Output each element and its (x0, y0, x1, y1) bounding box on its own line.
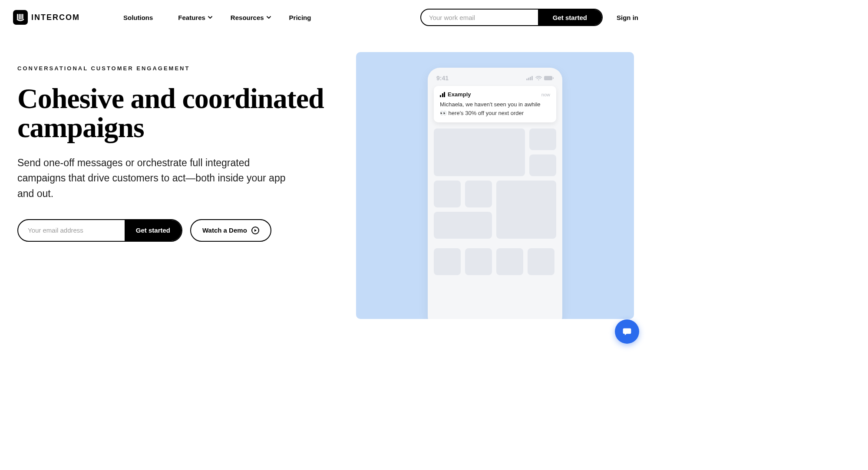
svg-rect-5 (528, 78, 529, 80)
notification-header: Examply now (440, 91, 550, 98)
svg-rect-0 (17, 14, 18, 19)
notification-line-1: Michaela, we haven't seen you in awhile (440, 100, 550, 109)
svg-rect-6 (530, 77, 531, 80)
hero-email-signup: Get started (17, 219, 182, 242)
battery-icon (544, 76, 554, 80)
notification-app-name: Examply (448, 91, 471, 98)
svg-rect-10 (553, 77, 554, 79)
phone-status-icons (526, 76, 554, 81)
header-email-signup: Get started (420, 9, 603, 26)
work-email-input[interactable] (421, 10, 538, 25)
svg-point-8 (538, 79, 539, 80)
watch-demo-label: Watch a Demo (202, 227, 247, 234)
chat-launcher-button[interactable] (615, 319, 639, 344)
site-header: INTERCOM Solutions Features Resources Pr… (0, 0, 651, 35)
hero-section: CONVERSATIONAL CUSTOMER ENGAGEMENT Cohes… (0, 35, 651, 319)
header-actions: Get started Sign in (420, 9, 638, 26)
svg-rect-7 (531, 76, 533, 80)
hero-cta-row: Get started Watch a Demo (17, 219, 339, 242)
chevron-down-icon (267, 16, 271, 19)
signal-icon (526, 76, 533, 80)
header-get-started-button[interactable]: Get started (538, 10, 602, 25)
notification-timestamp: now (541, 92, 550, 97)
primary-nav: Solutions Features Resources Pricing (123, 14, 311, 21)
watch-demo-button[interactable]: Watch a Demo (190, 219, 271, 242)
hero-copy: CONVERSATIONAL CUSTOMER ENGAGEMENT Cohes… (17, 52, 339, 319)
push-notification-card: Examply now Michaela, we haven't seen yo… (434, 86, 556, 122)
svg-rect-9 (544, 76, 552, 80)
chat-icon (621, 325, 633, 338)
hero-eyebrow: CONVERSATIONAL CUSTOMER ENGAGEMENT (17, 65, 339, 72)
svg-rect-4 (526, 79, 528, 80)
notification-app: Examply (440, 91, 471, 98)
brand-name: INTERCOM (31, 13, 80, 22)
nav-label: Features (178, 14, 205, 21)
app-icon (440, 92, 445, 97)
sign-in-link[interactable]: Sign in (617, 14, 638, 21)
nav-label: Solutions (123, 14, 153, 21)
brand-logo[interactable]: INTERCOM (13, 10, 80, 25)
phone-status-bar: 9:41 (434, 74, 556, 86)
hero-title: Cohesive and coordinated campaigns (17, 84, 339, 142)
nav-pricing[interactable]: Pricing (289, 14, 311, 21)
illustration-background: 9:41 Examply (356, 52, 634, 319)
wifi-icon (535, 76, 542, 81)
hero-subtitle: Send one-off messages or orchestrate ful… (17, 155, 295, 202)
app-content-skeleton (434, 128, 556, 275)
svg-rect-1 (19, 14, 20, 20)
intercom-logo-icon (13, 10, 28, 25)
play-icon (251, 227, 259, 234)
svg-rect-2 (20, 14, 22, 20)
chevron-down-icon (155, 16, 160, 19)
hero-get-started-button[interactable]: Get started (125, 220, 182, 241)
nav-features[interactable]: Features (178, 14, 212, 21)
nav-label: Pricing (289, 14, 311, 21)
notification-body: Michaela, we haven't seen you in awhile … (440, 100, 550, 117)
hero-illustration: 9:41 Examply (356, 52, 634, 319)
phone-mockup: 9:41 Examply (428, 68, 562, 319)
nav-resources[interactable]: Resources (231, 14, 271, 21)
hero-email-input[interactable] (18, 220, 125, 241)
phone-time: 9:41 (436, 75, 449, 82)
chevron-down-icon (208, 16, 212, 19)
svg-rect-3 (22, 14, 23, 19)
nav-label: Resources (231, 14, 264, 21)
notification-line-2: 👀 here's 30% off your next order (440, 109, 550, 118)
nav-solutions[interactable]: Solutions (123, 14, 160, 21)
